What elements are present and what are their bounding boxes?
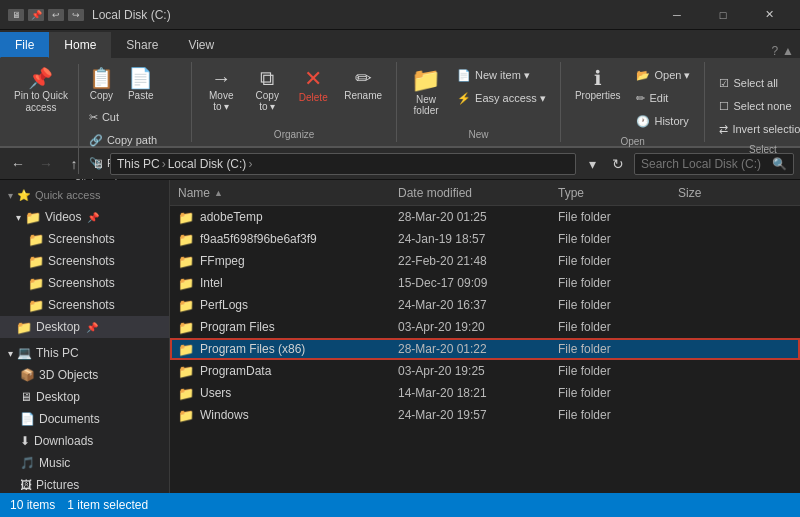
sidebar-item-desktop2[interactable]: 🖥 Desktop <box>0 386 169 408</box>
sidebar-item-pictures[interactable]: 🖼 Pictures <box>0 474 169 493</box>
column-type[interactable]: Type <box>558 186 678 200</box>
file-date: 03-Apr-20 19:25 <box>398 364 558 378</box>
sidebar-item-videos[interactable]: ▾ 📁 Videos 📌 <box>0 206 169 228</box>
select-none-button[interactable]: ☐ Select none <box>713 95 800 117</box>
new-small-actions: 📄 New item ▾ ⚡ Easy access ▾ <box>451 64 552 125</box>
move-to-button[interactable]: → Moveto ▾ <box>200 64 242 125</box>
copy-path-button[interactable]: 🔗 Copy path <box>83 129 183 151</box>
folder-icon-sm: 📁 <box>178 364 194 379</box>
column-name[interactable]: Name ▲ <box>178 186 398 200</box>
table-row[interactable]: 📁 Program Files 03-Apr-20 19:20 File fol… <box>170 316 800 338</box>
up-button[interactable]: ↑ <box>62 152 86 176</box>
search-box[interactable]: 🔍 <box>634 153 794 175</box>
sidebar-screenshots1-label: Screenshots <box>48 232 115 246</box>
collapse-ribbon-icon[interactable]: ▲ <box>782 44 794 58</box>
copy-to-button[interactable]: ⧉ Copyto ▾ <box>246 64 288 125</box>
sidebar-item-3d-objects[interactable]: 📦 3D Objects <box>0 364 169 386</box>
sidebar-item-screenshots4[interactable]: 📁 Screenshots <box>0 294 169 316</box>
sidebar-item-music[interactable]: 🎵 Music <box>0 452 169 474</box>
sidebar-item-screenshots2[interactable]: 📁 Screenshots <box>0 250 169 272</box>
close-button[interactable]: ✕ <box>746 0 792 30</box>
invert-selection-button[interactable]: ⇄ Invert selection <box>713 118 800 140</box>
table-row[interactable]: 📁 Users 14-Mar-20 18:21 File folder <box>170 382 800 404</box>
rename-button[interactable]: ✏ Rename <box>338 64 388 125</box>
sidebar-item-documents[interactable]: 📄 Documents <box>0 408 169 430</box>
back-button[interactable]: ← <box>6 152 30 176</box>
select-all-button[interactable]: ☑ Select all <box>713 72 800 94</box>
properties-button[interactable]: ℹ Properties <box>569 64 627 132</box>
table-row[interactable]: 📁 adobeTemp 28-Mar-20 01:25 File folder <box>170 206 800 228</box>
address-path[interactable]: This PC › Local Disk (C:) › <box>110 153 576 175</box>
this-pc-icon: 💻 <box>17 346 32 360</box>
easy-access-button[interactable]: ⚡ Easy access ▾ <box>451 87 552 109</box>
tab-view[interactable]: View <box>173 32 229 58</box>
table-row[interactable]: 📁 Program Files (x86) 28-Mar-20 01:22 Fi… <box>170 338 800 360</box>
search-input[interactable] <box>641 157 768 171</box>
edit-icon: ✏ <box>636 92 645 105</box>
folder-icon-sm: 📁 <box>178 254 194 269</box>
cut-button[interactable]: ✂ Cut <box>83 106 183 128</box>
new-item-button[interactable]: 📄 New item ▾ <box>451 64 552 86</box>
copy-icon: 📋 <box>89 68 114 88</box>
column-size[interactable]: Size <box>678 186 792 200</box>
table-row[interactable]: 📁 f9aa5f698f96be6af3f9 24-Jan-19 18:57 F… <box>170 228 800 250</box>
pin-label: Pin to Quickaccess <box>14 90 68 114</box>
paste-button[interactable]: 📄 Paste <box>122 64 160 105</box>
column-date[interactable]: Date modified <box>398 186 558 200</box>
pin-icon: 📌 <box>28 68 53 88</box>
history-button[interactable]: 🕐 History <box>630 110 696 132</box>
open-button[interactable]: 📂 Open ▾ <box>630 64 696 86</box>
dropdown-button[interactable]: ▾ <box>580 152 604 176</box>
path-local-disk[interactable]: Local Disk (C:) <box>168 157 247 171</box>
ribbon-group-clipboard: 📌 Pin to Quickaccess 📋 Copy 📄 Paste <box>0 62 192 142</box>
file-date: 24-Mar-20 16:37 <box>398 298 558 312</box>
new-folder-button[interactable]: 📁 Newfolder <box>405 64 447 125</box>
table-row[interactable]: 📁 Windows 24-Mar-20 19:57 File folder <box>170 404 800 426</box>
sidebar-item-downloads[interactable]: ⬇ Downloads <box>0 430 169 452</box>
forward-button[interactable]: → <box>34 152 58 176</box>
ribbon-tabs: File Home Share View ? ▲ <box>0 30 800 58</box>
tab-file[interactable]: File <box>0 32 49 58</box>
tab-share[interactable]: Share <box>111 32 173 58</box>
edit-button[interactable]: ✏ Edit <box>630 87 696 109</box>
desktop-icon: 🖥 <box>20 390 32 404</box>
ribbon-group-open: ℹ Properties 📂 Open ▾ ✏ Edit 🕐 History O… <box>561 62 706 142</box>
cut-label: Cut <box>102 111 119 123</box>
table-row[interactable]: 📁 PerfLogs 24-Mar-20 16:37 File folder <box>170 294 800 316</box>
sidebar-downloads-label: Downloads <box>34 434 93 448</box>
folder-icon: 📁 <box>25 210 41 225</box>
table-row[interactable]: 📁 FFmpeg 22-Feb-20 21:48 File folder <box>170 250 800 272</box>
redo-icon: ↪ <box>68 9 84 21</box>
table-row[interactable]: 📁 ProgramData 03-Apr-20 19:25 File folde… <box>170 360 800 382</box>
select-actions: ☑ Select all ☐ Select none ⇄ Invert sele… <box>713 64 800 140</box>
pictures-icon: 🖼 <box>20 478 32 492</box>
sidebar-quick-access[interactable]: ▾ ⭐ Quick access <box>0 184 169 206</box>
new-folder-label: Newfolder <box>414 94 439 116</box>
table-row[interactable]: 📁 Intel 15-Dec-17 09:09 File folder <box>170 272 800 294</box>
maximize-button[interactable]: □ <box>700 0 746 30</box>
help-icon[interactable]: ? <box>771 44 778 58</box>
copy-button[interactable]: 📋 Copy <box>83 64 120 105</box>
delete-button[interactable]: ✕ Delete <box>292 64 334 125</box>
file-list-header: Name ▲ Date modified Type Size <box>170 180 800 206</box>
folder-icon-sm: 📁 <box>178 408 194 423</box>
move-icon: → <box>211 68 231 88</box>
item-count: 10 items <box>10 498 55 512</box>
minimize-button[interactable]: ─ <box>654 0 700 30</box>
music-icon: 🎵 <box>20 456 35 470</box>
sidebar-item-screenshots1[interactable]: 📁 Screenshots <box>0 228 169 250</box>
selected-count: 1 item selected <box>67 498 148 512</box>
open-label: Open ▾ <box>654 69 690 82</box>
sidebar-item-desktop[interactable]: 📁 Desktop 📌 <box>0 316 169 338</box>
sidebar-item-this-pc[interactable]: ▾ 💻 This PC <box>0 342 169 364</box>
file-name-text: f9aa5f698f96be6af3f9 <box>200 232 317 246</box>
rename-icon: ✏ <box>355 68 372 88</box>
file-date: 15-Dec-17 09:09 <box>398 276 558 290</box>
file-name-text: adobeTemp <box>200 210 263 224</box>
sidebar-this-pc-label: This PC <box>36 346 79 360</box>
sidebar-item-screenshots3[interactable]: 📁 Screenshots <box>0 272 169 294</box>
path-this-pc[interactable]: This PC <box>117 157 160 171</box>
paste-icon: 📄 <box>128 68 153 88</box>
tab-home[interactable]: Home <box>49 32 111 58</box>
refresh-button[interactable]: ↻ <box>606 152 630 176</box>
